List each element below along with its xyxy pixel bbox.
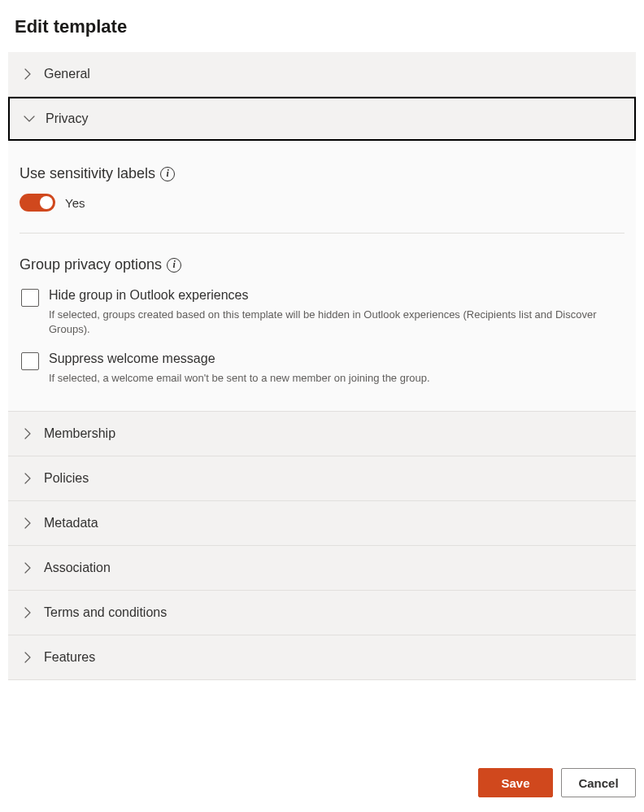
section-metadata-label: Metadata [44,516,98,530]
option-hide-outlook: Hide group in Outlook experiences If sel… [20,288,624,337]
sensitivity-title: Use sensitivity labels [20,165,155,182]
section-membership-label: Membership [44,426,115,441]
chevron-down-icon [21,111,37,127]
section-privacy-body: Use sensitivity labels i Yes Group priva… [8,141,636,411]
chevron-right-icon [20,66,36,82]
chevron-right-icon [20,560,36,576]
option-hide-outlook-label: Hide group in Outlook experiences [49,288,624,303]
section-membership: Membership [8,412,636,456]
section-association: Association [8,546,636,591]
section-features: Features [8,635,636,680]
section-privacy-header[interactable]: Privacy [8,97,636,141]
chevron-right-icon [20,426,36,442]
chevron-right-icon [20,515,36,531]
toggle-knob [40,196,53,209]
section-association-label: Association [44,561,111,575]
group-privacy-title-row: Group privacy options i [20,256,624,273]
sensitivity-title-row: Use sensitivity labels i [20,165,624,182]
option-suppress-welcome-label: Suppress welcome message [49,351,624,366]
section-policies: Policies [8,456,636,501]
section-association-header[interactable]: Association [8,546,636,590]
section-membership-header[interactable]: Membership [8,412,636,456]
option-suppress-welcome-texts: Suppress welcome message If selected, a … [49,351,624,386]
section-general-label: General [44,67,90,81]
section-metadata: Metadata [8,501,636,546]
section-policies-label: Policies [44,471,89,486]
chevron-right-icon [20,649,36,666]
page-title: Edit template [15,16,636,37]
section-general: General [8,52,636,97]
section-policies-header[interactable]: Policies [8,456,636,500]
info-icon[interactable]: i [167,258,181,273]
option-suppress-welcome-desc: If selected, a welcome email won't be se… [49,371,624,386]
section-terms-label: Terms and conditions [44,605,167,620]
option-hide-outlook-desc: If selected, groups created based on thi… [49,308,624,337]
sensitivity-toggle-row: Yes [20,194,624,212]
chevron-right-icon [20,470,36,487]
option-hide-outlook-texts: Hide group in Outlook experiences If sel… [49,288,624,337]
checkbox-hide-outlook[interactable] [21,289,39,307]
section-privacy-label: Privacy [46,111,88,126]
section-features-header[interactable]: Features [8,635,636,679]
section-privacy: Privacy Use sensitivity labels i Yes Gro… [8,97,636,412]
accordion: General Privacy Use sensitivity labels i [8,52,636,680]
checkbox-suppress-welcome[interactable] [21,352,39,370]
section-terms-header[interactable]: Terms and conditions [8,591,636,635]
section-general-header[interactable]: General [8,52,636,96]
section-metadata-header[interactable]: Metadata [8,501,636,545]
section-features-label: Features [44,650,95,665]
sensitivity-toggle[interactable] [20,194,55,212]
option-suppress-welcome: Suppress welcome message If selected, a … [20,351,624,386]
sensitivity-toggle-label: Yes [65,196,85,210]
divider [20,233,624,234]
chevron-right-icon [20,605,36,621]
info-icon[interactable]: i [160,167,175,181]
group-privacy-title: Group privacy options [20,256,162,273]
section-terms: Terms and conditions [8,591,636,635]
